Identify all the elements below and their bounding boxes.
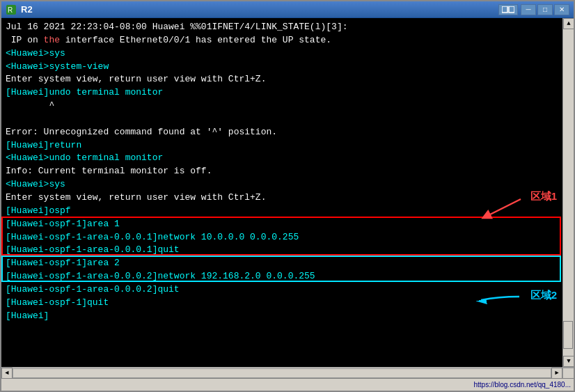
- window-icon: R: [6, 4, 17, 15]
- scrollbar-corner: [562, 368, 574, 379]
- terminal-line-18: [Huawei-ospf-1]area 2: [6, 257, 558, 270]
- content-area: Jul 16 2021 22:23:04-08:00 Huawei %%01IF…: [1, 18, 574, 367]
- horizontal-scrollbar-bar: ◄ ►: [1, 367, 574, 378]
- terminal-line-2: <Huawei>sys: [6, 47, 558, 61]
- svg-rect-3: [509, 6, 514, 13]
- scroll-track-v[interactable]: [563, 29, 574, 356]
- scroll-down-button[interactable]: ▼: [563, 356, 574, 367]
- svg-rect-2: [502, 6, 507, 13]
- title-bar: R R2 ─ □ ✕: [1, 1, 574, 18]
- vertical-scrollbar[interactable]: ▲ ▼: [562, 18, 574, 367]
- terminal-line-22: [Huawei]: [6, 310, 558, 323]
- url-text: https://blog.csdn.net/qq_4180...: [473, 381, 571, 389]
- scroll-right-button[interactable]: ►: [551, 368, 562, 379]
- terminal-line-16: [Huawei-ospf-1-area-0.0.0.1]network 10.0…: [6, 231, 558, 244]
- svg-text:R: R: [8, 6, 13, 14]
- terminal-line-15: [Huawei-ospf-1]area 1: [6, 218, 558, 231]
- terminal-line-7: [6, 113, 558, 126]
- terminal-line-11: Info: Current terminal monitor is off.: [6, 165, 558, 178]
- terminal-line-4: Enter system view, return user view with…: [6, 73, 558, 86]
- terminal-line-21: [Huawei-ospf-1]quit: [6, 297, 558, 310]
- maximize-button[interactable]: □: [537, 4, 553, 15]
- window-resize-icon[interactable]: [498, 4, 518, 15]
- terminal-line-20: [Huawei-ospf-1-area-0.0.0.2]quit: [6, 283, 558, 297]
- terminal-line-1: IP on the interface Ethernet0/0/1 has en…: [6, 34, 558, 47]
- terminal-line-12: <Huawei>sys: [6, 178, 558, 191]
- horizontal-scrollbar[interactable]: ◄ ►: [1, 368, 562, 379]
- terminal-line-9: [Huawei]return: [6, 139, 558, 152]
- status-bar: https://blog.csdn.net/qq_4180...: [1, 378, 574, 391]
- scroll-up-button[interactable]: ▲: [563, 18, 574, 29]
- terminal-line-17: [Huawei-ospf-1-area-0.0.0.1]quit: [6, 244, 558, 257]
- terminal-line-5: [Huawei]undo terminal monitor: [6, 86, 558, 100]
- window-controls: ─ □ ✕: [498, 4, 569, 15]
- scroll-track-h[interactable]: [13, 368, 551, 378]
- minimize-button[interactable]: ─: [521, 4, 536, 15]
- scroll-left-button[interactable]: ◄: [1, 368, 13, 379]
- main-window: R R2 ─ □ ✕ Jul 16 2021 22:23:04-08:00 Hu…: [0, 0, 575, 392]
- terminal-line-0: Jul 16 2021 22:23:04-08:00 Huawei %%01IF…: [6, 21, 558, 34]
- terminal-line-10: <Huawei>undo terminal monitor: [6, 152, 558, 165]
- terminal-line-19: [Huawei-ospf-1-area-0.0.0.2]network 192.…: [6, 270, 558, 283]
- terminal-line-6: ^: [6, 100, 558, 113]
- terminal-line-3: <Huawei>system-view: [6, 61, 558, 74]
- terminal-output[interactable]: Jul 16 2021 22:23:04-08:00 Huawei %%01IF…: [1, 18, 562, 367]
- terminal-line-14: [Huawei]ospf: [6, 205, 558, 218]
- close-button[interactable]: ✕: [554, 4, 569, 15]
- terminal-line-13: Enter system view, return user view with…: [6, 191, 558, 205]
- window-title: R2: [21, 4, 498, 15]
- scroll-thumb-v[interactable]: [563, 321, 573, 349]
- terminal-line-8: Error: Unrecognized command found at '^'…: [6, 126, 558, 139]
